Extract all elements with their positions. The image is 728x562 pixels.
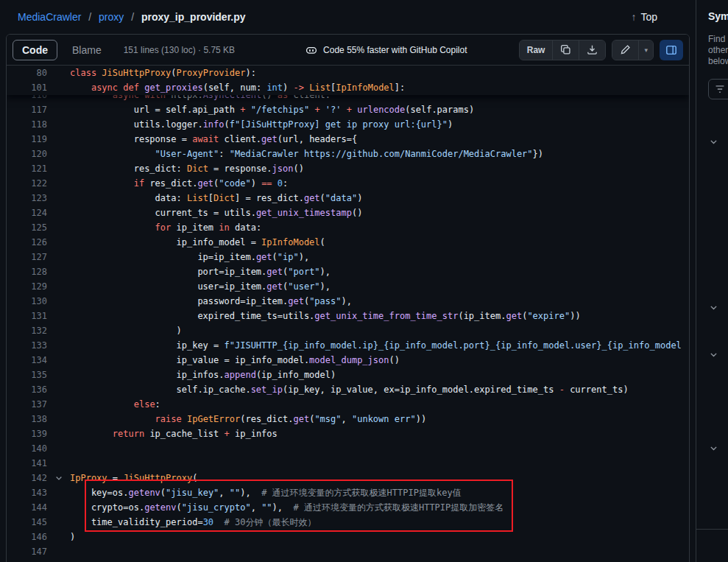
expander-gutter xyxy=(47,323,70,338)
symbols-panel-title: Symbols xyxy=(708,10,728,22)
line-number[interactable]: 145 xyxy=(7,515,47,530)
code-text: url = self.api_path + "/fetchips" + '?' … xyxy=(70,102,689,117)
edit-button-group: ▾ xyxy=(612,40,654,60)
line-number[interactable]: 130 xyxy=(7,294,47,309)
expander-gutter xyxy=(47,500,70,515)
expander-gutter xyxy=(47,117,70,132)
code-text: ip_info_model = IpInfoModel( xyxy=(70,235,689,250)
symbol-collapse-chevron-icon[interactable] xyxy=(709,350,718,359)
arrow-up-icon: ↑ xyxy=(631,11,636,23)
tab-blame[interactable]: Blame xyxy=(63,40,110,60)
code-text: port=ip_item.get("port"), xyxy=(70,264,689,279)
code-text: crypto=os.getenv("jisu_crypto", ""), # 通… xyxy=(70,500,689,515)
breadcrumb-file-name: proxy_ip_provider.py xyxy=(141,11,246,23)
line-number[interactable]: 127 xyxy=(7,250,47,264)
line-number[interactable]: 140 xyxy=(7,441,47,456)
code-line: 141 xyxy=(7,456,689,471)
symbol-collapse-chevron-icon[interactable] xyxy=(709,137,718,147)
back-to-top-button[interactable]: ↑ Top xyxy=(631,11,657,23)
line-number[interactable]: 124 xyxy=(7,206,47,220)
code-line: 138 raise IpGetError(res_dict.get("msg",… xyxy=(7,412,689,426)
line-number[interactable]: 131 xyxy=(7,309,47,323)
code-text: self.ip_cache.set_ip(ip_key, ip_value, e… xyxy=(70,382,689,397)
line-number[interactable]: 139 xyxy=(7,426,47,441)
line-number[interactable]: 123 xyxy=(7,191,47,206)
line-number[interactable]: 118 xyxy=(7,117,47,132)
code-text: ip=ip_item.get("ip"), xyxy=(70,250,689,264)
edit-dropdown-button[interactable]: ▾ xyxy=(639,41,653,60)
line-number[interactable]: 137 xyxy=(7,397,47,412)
expander-gutter xyxy=(47,530,70,544)
code-line: 128 port=ip_item.get("port"), xyxy=(7,264,689,279)
symbols-desc-line: other xyxy=(708,45,728,56)
line-number[interactable]: 120 xyxy=(7,147,47,161)
copy-raw-button[interactable] xyxy=(553,41,579,60)
expander-gutter xyxy=(47,456,70,471)
symbol-collapse-chevron-icon[interactable] xyxy=(709,303,718,312)
collapse-chevron-icon[interactable] xyxy=(47,471,70,485)
line-number[interactable]: 119 xyxy=(7,132,47,147)
filter-icon xyxy=(715,84,725,94)
line-number[interactable]: 147 xyxy=(7,544,47,559)
code-line: 131 expired_time_ts=utils.get_unix_time_… xyxy=(7,309,689,323)
line-number[interactable]: 133 xyxy=(7,338,47,353)
breadcrumb-folder-link[interactable]: proxy xyxy=(99,11,124,23)
code-line: 121 res_dict: Dict = response.json() xyxy=(7,161,689,176)
code-line: 124 current_ts = utils.get_unix_timestam… xyxy=(7,206,689,220)
raw-button[interactable]: Raw xyxy=(520,41,553,60)
file-container: Code Blame 151 lines (130 loc) · 5.75 KB… xyxy=(6,34,690,562)
copilot-banner[interactable]: Code 55% faster with GitHub Copilot xyxy=(305,44,467,56)
line-number[interactable]: 126 xyxy=(7,235,47,250)
code-text: user=ip_item.get("user"), xyxy=(70,279,689,294)
line-number[interactable]: 134 xyxy=(7,353,47,368)
code-text: if res_dict.get("code") == 0: xyxy=(70,176,689,191)
line-number[interactable]: 122 xyxy=(7,176,47,191)
line-number[interactable]: 136 xyxy=(7,382,47,397)
line-number[interactable]: 129 xyxy=(7,279,47,294)
code-text: ) xyxy=(70,323,689,338)
expander-gutter xyxy=(47,235,70,250)
expander-gutter xyxy=(47,102,70,117)
line-number[interactable]: 117 xyxy=(7,102,47,117)
line-number[interactable]: 135 xyxy=(7,368,47,382)
line-number[interactable]: 138 xyxy=(7,412,47,426)
line-number[interactable]: 141 xyxy=(7,456,47,471)
code-line: 117 url = self.api_path + "/fetchips" + … xyxy=(7,102,689,117)
expander-gutter xyxy=(47,66,70,80)
expander-gutter xyxy=(47,279,70,294)
line-number[interactable]: 80 xyxy=(7,66,47,80)
line-number[interactable]: 132 xyxy=(7,323,47,338)
symbols-desc-line: below xyxy=(708,56,728,67)
symbols-panel-toggle-button[interactable] xyxy=(660,40,683,60)
line-number[interactable]: 125 xyxy=(7,220,47,235)
line-number[interactable]: 101 xyxy=(7,80,47,95)
code-line: 101 async def get_proxies(self, num: int… xyxy=(7,80,689,95)
line-number[interactable]: 128 xyxy=(7,264,47,279)
line-number[interactable]: 121 xyxy=(7,161,47,176)
expander-gutter xyxy=(47,250,70,264)
expander-gutter xyxy=(47,515,70,530)
expander-gutter xyxy=(47,485,70,500)
copilot-icon xyxy=(305,44,317,56)
symbols-desc-line: Find xyxy=(708,34,728,45)
expander-gutter xyxy=(47,544,70,559)
breadcrumb-repo-link[interactable]: MediaCrawler xyxy=(18,11,81,23)
code-line: 145 time_validity_period=30 # 30分钟（最长时效） xyxy=(7,515,689,530)
code-line: 125 for ip_item in data: xyxy=(7,220,689,235)
line-number[interactable]: 144 xyxy=(7,500,47,515)
line-number[interactable]: 143 xyxy=(7,485,47,500)
back-to-top-label: Top xyxy=(640,11,657,23)
symbol-collapse-chevron-icon[interactable] xyxy=(709,443,718,453)
line-number[interactable]: 142 xyxy=(7,471,47,485)
edit-file-button[interactable] xyxy=(612,41,638,60)
breadcrumb-separator: / xyxy=(88,11,91,23)
raw-button-group: Raw xyxy=(519,40,607,60)
line-number[interactable]: 146 xyxy=(7,530,47,544)
tab-code[interactable]: Code xyxy=(13,40,57,60)
code-text: ip_value = ip_info_model.model_dump_json… xyxy=(70,353,689,368)
file-toolbar: Code Blame 151 lines (130 loc) · 5.75 KB… xyxy=(7,35,689,66)
code-text xyxy=(70,544,689,559)
download-raw-button[interactable] xyxy=(579,41,605,60)
filter-symbols-input[interactable] xyxy=(708,79,728,99)
code-line: 142IpProxy = JiSuHttpProxy( xyxy=(7,471,689,485)
